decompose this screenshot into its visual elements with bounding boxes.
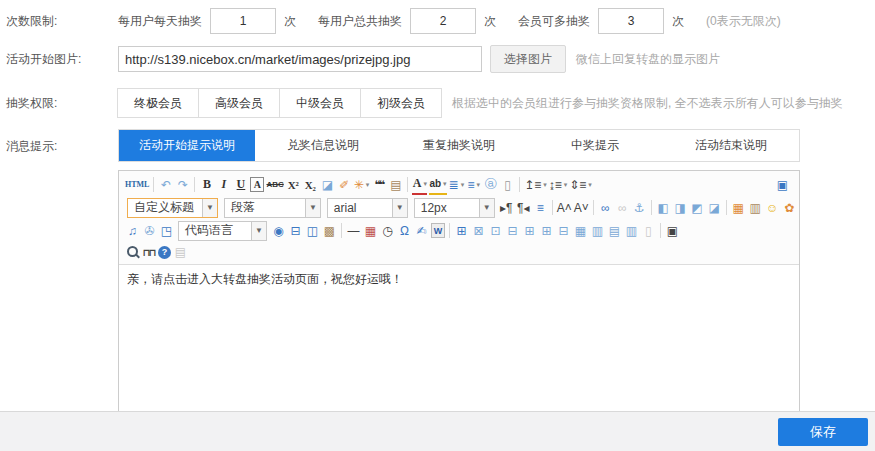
word-doc-icon[interactable]: W — [431, 223, 445, 238]
delete-table-icon[interactable]: ⊠ — [471, 221, 486, 240]
member-group-senior-button[interactable]: 高级会员 — [198, 88, 280, 118]
annotation-icon[interactable]: ✍ — [414, 221, 429, 240]
member-group-junior-button[interactable]: 初级会员 — [360, 88, 442, 118]
paste-icon[interactable]: ▤ — [173, 243, 188, 262]
redo-icon[interactable]: ↷ — [175, 175, 190, 194]
align-top-icon[interactable]: ↥≡ — [524, 175, 547, 194]
music-icon[interactable]: ♫ — [125, 221, 140, 240]
italic-icon[interactable]: I — [216, 175, 231, 194]
img-align-center-icon[interactable]: ◨ — [673, 198, 688, 217]
toolbar-separator — [407, 177, 408, 192]
tab-redeem-info[interactable]: 兑奖信息说明 — [255, 130, 391, 161]
html-source-button[interactable]: HTML — [125, 175, 149, 194]
quick-format-icon[interactable]: ✳ — [354, 175, 370, 194]
flash-icon[interactable]: ✿ — [782, 198, 796, 217]
choose-image-button[interactable]: 选择图片 — [490, 45, 566, 73]
highlight-color-icon[interactable]: ab — [429, 174, 446, 195]
blockquote-icon[interactable]: ❝❝ — [371, 175, 386, 194]
columns-icon[interactable]: ◫ — [305, 221, 320, 240]
toolbar-separator — [449, 223, 450, 238]
clear-doc-icon[interactable]: ▯ — [641, 221, 656, 240]
limit-member-extra-input[interactable] — [598, 8, 664, 34]
member-group-ultimate-button[interactable]: 终极会员 — [117, 88, 199, 118]
find-replace-icon[interactable]: ⊓⊓ — [141, 243, 156, 262]
tab-repeat-draw-note[interactable]: 重复抽奖说明 — [391, 130, 527, 161]
subscript-icon[interactable]: X₂ — [303, 175, 318, 194]
special-char-icon[interactable]: Ω — [397, 221, 412, 240]
emoticon-icon[interactable]: ☺ — [765, 198, 780, 217]
ordered-list-icon[interactable]: ≣ — [449, 175, 465, 194]
calendar-icon[interactable]: ▦ — [363, 221, 378, 240]
format-brush-icon[interactable]: ✐ — [337, 175, 352, 194]
merge-cells-icon[interactable]: ▦ — [573, 221, 588, 240]
split-cells-icon[interactable]: ▥ — [590, 221, 605, 240]
word-paste-icon[interactable]: ▩ — [322, 221, 337, 240]
limit-daily-input[interactable] — [210, 8, 276, 34]
superscript-icon[interactable]: X² — [286, 175, 301, 194]
attachment-icon[interactable]: ✇ — [142, 221, 157, 240]
anchor-a-icon[interactable]: ⓐ — [483, 175, 498, 194]
col-props-icon[interactable]: ▥ — [624, 221, 639, 240]
anchor-icon[interactable]: ⚓ — [632, 198, 647, 217]
font-box-icon[interactable]: A — [250, 177, 264, 192]
code-language-select[interactable]: 代码语言▼ — [178, 221, 267, 241]
undo-icon[interactable]: ↶ — [158, 175, 173, 194]
code-icon[interactable]: ◉ — [271, 221, 286, 240]
img-align-block-icon[interactable]: ◪ — [707, 198, 722, 217]
font-size-select[interactable]: 12px▼ — [414, 198, 495, 218]
unordered-list-icon[interactable]: ≡ — [466, 175, 481, 194]
member-group-middle-button[interactable]: 中级会员 — [279, 88, 361, 118]
cell-props-icon[interactable]: ⊟ — [505, 221, 520, 240]
font-size-down-icon[interactable]: A˅ — [574, 198, 589, 217]
table-props-icon[interactable]: ⊡ — [488, 221, 503, 240]
help-icon[interactable]: ? — [158, 246, 171, 259]
limit-daily-label: 每用户每天抽奖 — [118, 13, 202, 30]
save-button[interactable]: 保存 — [778, 418, 868, 446]
print-icon[interactable]: ▣ — [665, 221, 680, 240]
time-icon[interactable]: ◷ — [380, 221, 395, 240]
new-doc-icon[interactable]: ▯ — [500, 175, 515, 194]
row-props-icon[interactable]: ▤ — [607, 221, 622, 240]
font-color-icon[interactable]: A — [412, 174, 427, 195]
paste-template-icon[interactable]: ▤ — [388, 175, 403, 194]
multi-image-icon[interactable]: ▥ — [748, 198, 763, 217]
font-size-up-icon[interactable]: A˄ — [557, 198, 572, 217]
preview-zoom-icon[interactable] — [125, 243, 139, 262]
heading-select[interactable]: 自定义标题▼ — [127, 198, 218, 218]
insert-table-icon[interactable]: ⊞ — [454, 221, 469, 240]
limit-total-input[interactable] — [410, 8, 476, 34]
strikethrough-icon[interactable]: ABC — [266, 175, 283, 194]
hr-icon[interactable]: — — [346, 221, 361, 240]
unit-label: 次 — [672, 13, 684, 30]
paragraph-indent-icon[interactable]: ≡ — [533, 198, 548, 217]
align-middle-icon[interactable]: ↨≡ — [549, 175, 568, 194]
insert-doc-icon[interactable]: ◳ — [159, 221, 174, 240]
paragraph-select[interactable]: 段落▼ — [224, 198, 321, 218]
delete-row-icon[interactable]: ⊟ — [556, 221, 571, 240]
start-image-url-input[interactable] — [118, 46, 482, 72]
tab-activity-end-note[interactable]: 活动结束说明 — [663, 130, 799, 161]
start-image-row: 活动开始图片: 选择图片 微信上回复转盘的显示图片 — [0, 44, 875, 74]
toolbar-row-3: ♫✇◳ 代码语言▼ ◉⊟◫▩—▦◷Ω✍W⊞⊠⊡⊟⊞⊞⊟▦▥▤▥▯▣ — [122, 219, 796, 242]
remove-format-icon[interactable]: ◪ — [320, 175, 335, 194]
image-icon[interactable]: ▦ — [731, 198, 746, 217]
ltr-icon[interactable]: ▸¶ — [499, 198, 514, 217]
fullscreen-icon[interactable]: ▣ — [775, 175, 790, 194]
rtl-icon[interactable]: ¶◂ — [516, 198, 531, 217]
chevron-down-icon: ▼ — [251, 222, 266, 240]
img-align-left-icon[interactable]: ◧ — [656, 198, 671, 217]
tab-activity-start-note[interactable]: 活动开始提示说明 — [119, 130, 255, 161]
tab-win-prompt[interactable]: 中奖提示 — [527, 130, 663, 161]
img-align-right-icon[interactable]: ◩ — [690, 198, 705, 217]
font-family-select[interactable]: arial▼ — [327, 198, 408, 218]
bold-icon[interactable]: B — [199, 175, 214, 194]
insert-row-icon[interactable]: ⊞ — [522, 221, 537, 240]
editor-content-area[interactable]: 亲，请点击进入大转盘抽奖活动页面，祝您好运哦！ — [119, 265, 799, 413]
link-icon[interactable]: ∞ — [598, 198, 613, 217]
pagebreak-icon[interactable]: ⊟ — [288, 221, 303, 240]
unlink-icon[interactable]: ∞ — [615, 198, 630, 217]
message-tabs-row: 消息提示: 活动开始提示说明 兑奖信息说明 重复抽奖说明 中奖提示 活动结束说明 — [0, 129, 875, 162]
line-height-icon[interactable]: ⇕≡ — [569, 175, 592, 194]
insert-col-icon[interactable]: ⊞ — [539, 221, 554, 240]
underline-icon[interactable]: U — [233, 175, 248, 194]
